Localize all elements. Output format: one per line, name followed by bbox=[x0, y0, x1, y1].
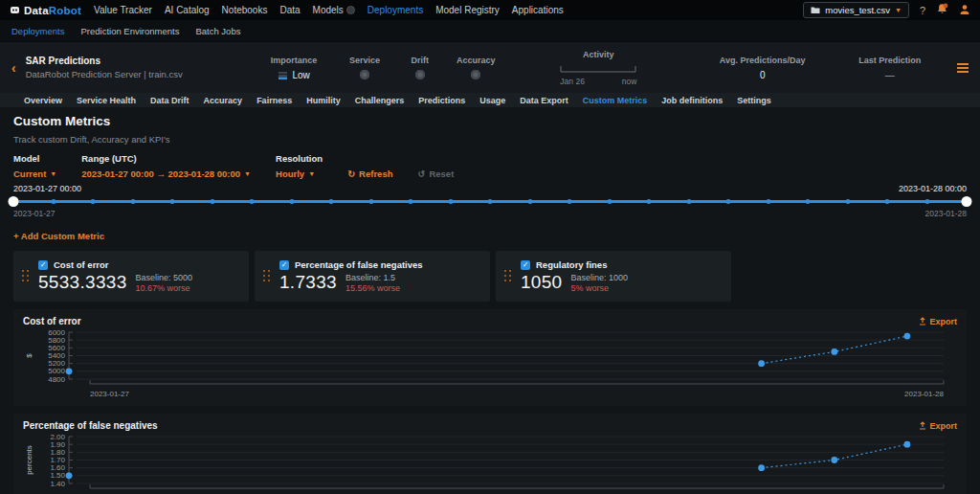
avg-predictions-value: 0 bbox=[689, 70, 835, 80]
top-nav: DataRobot Value TrackerAI CatalogNoteboo… bbox=[0, 0, 980, 20]
slider-tick bbox=[527, 199, 532, 204]
metric-card-percentage-of-false-negatives: ✓Percentage of false negatives1.7333Base… bbox=[255, 251, 490, 302]
resolution-dropdown[interactable]: Hourly▼ bbox=[276, 168, 323, 179]
range-dropdown[interactable]: 2023-01-27 00:00 → 2023-01-28 00:00▼ bbox=[81, 168, 251, 179]
metric-checkbox[interactable]: ✓ bbox=[279, 260, 289, 270]
x-axis bbox=[90, 380, 944, 384]
chevron-down-icon: ▼ bbox=[895, 7, 902, 13]
tab-usage[interactable]: Usage bbox=[479, 96, 505, 105]
activity-column: Activity Jan 26 now bbox=[508, 50, 689, 86]
slider-start-date: 2023-01-27 bbox=[13, 209, 55, 218]
page-title: Custom Metrics bbox=[13, 114, 967, 128]
datarobot-logo-icon bbox=[10, 5, 20, 15]
main-content: Custom Metrics Track custom Drift, Accur… bbox=[0, 107, 980, 494]
nav-item-models[interactable]: Models bbox=[313, 5, 355, 15]
deployment-actions-menu-icon[interactable] bbox=[957, 63, 969, 73]
nav-item-notebooks[interactable]: Notebooks bbox=[222, 5, 268, 15]
metric-name: Percentage of false negatives bbox=[295, 259, 423, 270]
activity-end-label: now bbox=[622, 77, 637, 86]
slider-tick bbox=[607, 199, 612, 204]
tab-accuracy[interactable]: Accuracy bbox=[204, 96, 243, 105]
tab-settings[interactable]: Settings bbox=[737, 96, 771, 105]
top-nav-items: Value TrackerAI CatalogNotebooksDataMode… bbox=[94, 5, 564, 15]
nav-item-ai-catalog[interactable]: AI Catalog bbox=[165, 5, 210, 15]
x-end-label: 2023-01-28 bbox=[904, 390, 944, 398]
user-profile-icon[interactable] bbox=[959, 4, 970, 17]
top-nav-right: movies_test.csv ▼ ? bbox=[803, 2, 970, 18]
data-point bbox=[758, 360, 765, 367]
data-point bbox=[66, 368, 73, 374]
nav-item-deployments[interactable]: Deployments bbox=[368, 5, 423, 15]
back-chevron-icon[interactable]: ‹ bbox=[11, 60, 16, 76]
metric-baseline: Baseline: 1000 bbox=[570, 273, 628, 282]
chevron-down-icon: ▼ bbox=[308, 170, 315, 177]
range-control: Range (UTC) 2023-01-27 00:00 → 2023-01-2… bbox=[81, 153, 251, 179]
tab-humility[interactable]: Humility bbox=[306, 96, 341, 105]
data-point bbox=[831, 348, 837, 355]
tab-predictions[interactable]: Predictions bbox=[418, 96, 465, 105]
subnav-item-prediction-environments[interactable]: Prediction Environments bbox=[80, 26, 179, 36]
slider-tick bbox=[806, 199, 811, 204]
tab-challengers[interactable]: Challengers bbox=[355, 96, 405, 105]
drag-handle-icon[interactable] bbox=[22, 270, 30, 282]
slider-tick bbox=[726, 199, 731, 204]
slider-tick bbox=[210, 199, 214, 204]
metric-delta: 10.67% worse bbox=[136, 283, 193, 293]
help-icon[interactable]: ? bbox=[920, 5, 925, 16]
chevron-down-icon: ▼ bbox=[244, 170, 251, 177]
accuracy-status-icon bbox=[471, 70, 480, 79]
drag-handle-icon[interactable] bbox=[263, 270, 271, 282]
refresh-icon: ↻ bbox=[347, 168, 355, 179]
tab-service-health[interactable]: Service Health bbox=[77, 96, 136, 105]
metric-baseline: Baseline: 5000 bbox=[136, 273, 193, 282]
y-tick-label: 1.40 bbox=[50, 480, 65, 488]
export-icon bbox=[919, 421, 926, 430]
service-status-icon bbox=[360, 70, 369, 79]
metric-checkbox[interactable]: ✓ bbox=[521, 260, 530, 270]
resolution-control: Resolution Hourly▼ bbox=[276, 153, 323, 179]
dataset-selector[interactable]: movies_test.csv ▼ bbox=[803, 2, 909, 18]
deployment-header: ‹ SAR Predictions DataRobot Prediction S… bbox=[0, 42, 980, 93]
cost-of-error-chart: 6000580056005400520050004800$2023-01-272… bbox=[23, 327, 957, 400]
slider-tick bbox=[448, 199, 453, 204]
tab-overview[interactable]: Overview bbox=[24, 96, 62, 105]
models-count-badge bbox=[346, 6, 355, 14]
slider-tick bbox=[250, 199, 255, 204]
add-custom-metric-button[interactable]: + Add Custom Metric bbox=[13, 231, 104, 241]
slider-handle-start[interactable] bbox=[9, 196, 19, 207]
metric-value: 5533.3333 bbox=[38, 272, 127, 293]
page-subtitle: Track custom Drift, Accuracy and KPI's bbox=[13, 134, 967, 145]
export-button[interactable]: Export bbox=[919, 421, 957, 431]
nav-item-applications[interactable]: Applications bbox=[512, 5, 564, 15]
metric-checkbox[interactable]: ✓ bbox=[38, 260, 48, 270]
trend-dashed-line bbox=[762, 444, 907, 468]
y-tick-label: 4800 bbox=[48, 375, 65, 384]
chart-panel-cost-of-error: Cost of error Export 6000580056005400520… bbox=[13, 309, 967, 406]
nav-item-value-tracker[interactable]: Value Tracker bbox=[94, 5, 152, 15]
datarobot-logo[interactable]: DataRobot bbox=[10, 5, 81, 16]
subnav-item-deployments[interactable]: Deployments bbox=[11, 26, 64, 36]
export-button[interactable]: Export bbox=[919, 317, 957, 326]
notifications-bell-icon[interactable] bbox=[936, 3, 948, 17]
drag-handle-icon[interactable] bbox=[504, 270, 512, 282]
nav-item-model-registry[interactable]: Model Registry bbox=[435, 5, 500, 15]
slider-tick bbox=[170, 199, 175, 204]
slider-handle-end[interactable] bbox=[962, 196, 972, 207]
tab-fairness[interactable]: Fairness bbox=[256, 96, 292, 105]
chart-title: Percentage of false negatives bbox=[23, 420, 158, 431]
time-range-slider: 2023-01-27 00:00 2023-01-28 00:00 2023-0… bbox=[13, 184, 967, 222]
model-dropdown[interactable]: Current▼ bbox=[13, 168, 56, 179]
subnav-item-batch-jobs[interactable]: Batch Jobs bbox=[195, 26, 240, 36]
data-point bbox=[66, 472, 73, 479]
reset-button[interactable]: ↺Reset bbox=[417, 168, 454, 179]
tab-custom-metrics[interactable]: Custom Metrics bbox=[583, 96, 648, 105]
chevron-down-icon: ▼ bbox=[50, 170, 56, 177]
refresh-button[interactable]: ↻Refresh bbox=[347, 168, 392, 179]
service-column: Service bbox=[334, 56, 396, 79]
tab-data-drift[interactable]: Data Drift bbox=[150, 96, 189, 105]
tab-job-definitions[interactable]: Job definitions bbox=[661, 96, 723, 105]
nav-item-data[interactable]: Data bbox=[279, 5, 300, 15]
tab-data-export[interactable]: Data Export bbox=[520, 96, 568, 105]
metric-value: 1050 bbox=[521, 272, 562, 293]
slider-track[interactable] bbox=[13, 195, 967, 207]
